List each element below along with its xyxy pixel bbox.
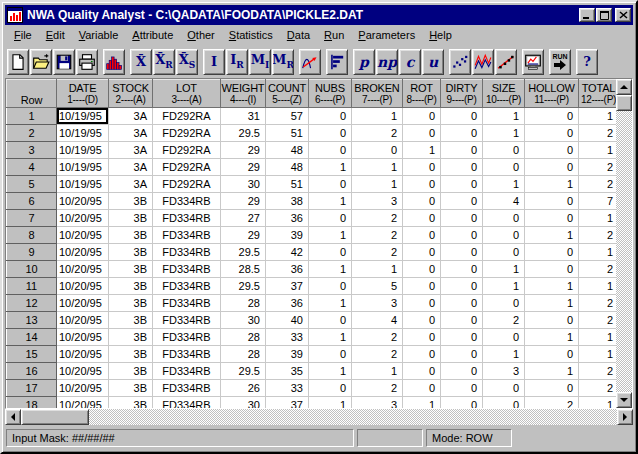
vertical-scroll-thumb[interactable] xyxy=(616,95,632,111)
grid-cell[interactable]: 3B xyxy=(109,278,153,295)
grid-cell[interactable]: 10/19/95 xyxy=(57,125,109,142)
grid-cell[interactable]: 10/20/95 xyxy=(57,329,109,346)
grid-cell[interactable]: 3A xyxy=(109,142,153,159)
grid-cell[interactable]: 33 xyxy=(266,329,309,346)
grid-cell[interactable]: 0 xyxy=(403,278,441,295)
grid-cell[interactable]: 48 xyxy=(266,142,309,159)
title-bar[interactable]: NWA Quality Analyst - C:\QADATA\FOODATA\… xyxy=(5,5,633,25)
row-header[interactable]: 9 xyxy=(7,244,57,261)
histogram-button[interactable] xyxy=(103,49,125,75)
xbar-s-chart-button[interactable]: X̄S xyxy=(176,49,198,75)
grid-cell[interactable]: 0 xyxy=(403,176,441,193)
grid-cell[interactable]: 1 xyxy=(483,278,525,295)
grid-cell[interactable]: 0 xyxy=(525,312,579,329)
pareto-chart-button[interactable] xyxy=(326,49,348,75)
row-header[interactable]: 2 xyxy=(7,125,57,142)
row-header[interactable]: 13 xyxy=(7,312,57,329)
menu-statistics[interactable]: Statistics xyxy=(222,27,280,43)
menu-attribute[interactable]: Attribute xyxy=(125,27,180,43)
grid-cell[interactable]: 10/20/95 xyxy=(57,193,109,210)
trend-chart-button[interactable] xyxy=(495,49,517,75)
grid-cell[interactable]: 1 xyxy=(525,329,579,346)
open-file-button[interactable] xyxy=(30,49,52,75)
row-header[interactable]: 3 xyxy=(7,142,57,159)
grid-cell[interactable]: 29.5 xyxy=(221,363,266,380)
column-header-weight[interactable]: WEIGHT4----(I) xyxy=(221,80,266,108)
grid-cell[interactable]: 0 xyxy=(309,244,352,261)
grid-cell[interactable]: FD292RA xyxy=(153,176,221,193)
grid-cell[interactable]: 0 xyxy=(403,227,441,244)
column-header-rot[interactable]: ROT8----(P) xyxy=(403,80,441,108)
grid-cell[interactable]: FD334RB xyxy=(153,397,221,409)
grid-cell[interactable]: 1 xyxy=(352,159,403,176)
row-header[interactable]: 12 xyxy=(7,295,57,312)
grid-cell[interactable]: 3 xyxy=(352,295,403,312)
grid-cell[interactable]: 28 xyxy=(221,346,266,363)
grid-cell[interactable]: 1 xyxy=(579,278,617,295)
grid-cell[interactable]: 10/20/95 xyxy=(57,380,109,397)
grid-cell[interactable]: 0 xyxy=(403,210,441,227)
row-header[interactable]: 18 xyxy=(7,397,57,409)
grid-cell[interactable]: 3A xyxy=(109,125,153,142)
row-header[interactable]: 16 xyxy=(7,363,57,380)
grid-cell[interactable]: 40 xyxy=(266,312,309,329)
menu-data[interactable]: Data xyxy=(280,27,317,43)
column-header-count[interactable]: COUNT5----(Z) xyxy=(266,80,309,108)
grid-cell[interactable]: 1 xyxy=(579,210,617,227)
grid-cell[interactable]: 3A xyxy=(109,159,153,176)
grid-cell[interactable]: 1 xyxy=(403,142,441,159)
grid-cell[interactable]: 0 xyxy=(309,142,352,159)
grid-cell[interactable]: 0 xyxy=(441,312,483,329)
app-icon[interactable] xyxy=(7,7,23,23)
grid-cell[interactable]: 10/20/95 xyxy=(57,227,109,244)
grid-cell[interactable]: 10/20/95 xyxy=(57,295,109,312)
minimize-button[interactable] xyxy=(579,8,595,22)
grid-cell[interactable]: 29 xyxy=(221,227,266,244)
grid-cell[interactable]: 2 xyxy=(352,329,403,346)
grid-cell[interactable]: 1 xyxy=(579,108,617,125)
horizontal-scroll-thumb[interactable] xyxy=(21,409,89,425)
grid-cell[interactable]: 0 xyxy=(525,142,579,159)
grid-cell[interactable]: 3 xyxy=(483,363,525,380)
grid-cell[interactable]: 7 xyxy=(579,193,617,210)
grid-cell[interactable]: 0 xyxy=(525,210,579,227)
grid-cell[interactable]: 42 xyxy=(266,244,309,261)
grid-cell[interactable]: FD334RB xyxy=(153,210,221,227)
grid-cell[interactable]: FD334RB xyxy=(153,278,221,295)
grid-cell[interactable]: 3B xyxy=(109,363,153,380)
run-button[interactable]: RUN xyxy=(549,49,571,75)
row-header[interactable]: 7 xyxy=(7,210,57,227)
grid-cell[interactable]: 2 xyxy=(579,261,617,278)
grid-cell[interactable]: 3B xyxy=(109,193,153,210)
grid-cell[interactable]: 0 xyxy=(403,261,441,278)
grid-cell[interactable]: FD292RA xyxy=(153,125,221,142)
grid-cell[interactable]: 0 xyxy=(352,142,403,159)
grid-cell[interactable]: 0 xyxy=(441,193,483,210)
grid-cell[interactable]: 0 xyxy=(441,244,483,261)
grid-cell[interactable]: 2 xyxy=(579,159,617,176)
grid-cell[interactable]: 1 xyxy=(483,261,525,278)
grid-cell[interactable]: 0 xyxy=(483,210,525,227)
grid-cell[interactable]: 3 xyxy=(352,397,403,409)
grid-cell[interactable]: 10/20/95 xyxy=(57,261,109,278)
grid-cell[interactable]: FD334RB xyxy=(153,329,221,346)
grid-cell[interactable]: 0 xyxy=(525,261,579,278)
grid-cell[interactable]: FD334RB xyxy=(153,380,221,397)
grid-cell[interactable]: FD334RB xyxy=(153,295,221,312)
c-chart-button[interactable]: c xyxy=(399,49,421,75)
grid-cell[interactable]: 30 xyxy=(221,312,266,329)
grid-cell[interactable]: 0 xyxy=(403,380,441,397)
grid-cell[interactable]: 29 xyxy=(221,142,266,159)
grid-cell[interactable]: 26 xyxy=(221,380,266,397)
grid-cell[interactable]: 0 xyxy=(525,159,579,176)
grid-cell[interactable]: 51 xyxy=(266,176,309,193)
column-header-total[interactable]: TOTAL12----(P) xyxy=(579,80,617,108)
grid-cell[interactable]: 0 xyxy=(403,193,441,210)
grid-cell[interactable]: 0 xyxy=(403,244,441,261)
menu-help[interactable]: Help xyxy=(422,27,459,43)
row-header[interactable]: 10 xyxy=(7,261,57,278)
row-header[interactable]: 17 xyxy=(7,380,57,397)
grid-cell[interactable]: 30 xyxy=(221,397,266,409)
column-header-dirty[interactable]: DIRTY9----(P) xyxy=(441,80,483,108)
grid-cell[interactable]: 3B xyxy=(109,227,153,244)
